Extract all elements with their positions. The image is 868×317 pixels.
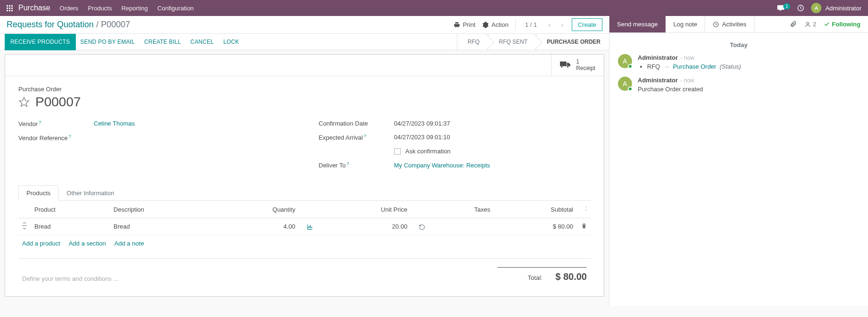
form-sheet: 1 Receipt Purchase Order P00007 bbox=[5, 54, 604, 297]
tab-other-info[interactable]: Other Information bbox=[58, 185, 122, 201]
col-product[interactable]: Product bbox=[31, 201, 110, 218]
user-menu[interactable]: A Administrator bbox=[811, 3, 864, 13]
log-note-button[interactable]: Log note bbox=[666, 16, 706, 32]
vendor-ref-label: Vendor Reference? bbox=[18, 134, 94, 142]
vendor-field[interactable]: Celine Thomas bbox=[94, 120, 135, 127]
vendor-label: Vendor? bbox=[18, 120, 94, 127]
po-number: P00007 bbox=[35, 95, 81, 110]
apps-icon[interactable] bbox=[7, 5, 13, 11]
print-button[interactable]: Print bbox=[454, 21, 476, 28]
message-body: Purchase Order created bbox=[638, 86, 703, 93]
user-name-label: Administrator bbox=[825, 5, 861, 12]
receipt-label: Receipt bbox=[576, 65, 595, 71]
add-section-link[interactable]: Add a section bbox=[69, 240, 106, 247]
add-note-link[interactable]: Add a note bbox=[114, 240, 144, 247]
control-bar: Requests for Quotation / P00007 Print Ac… bbox=[0, 16, 609, 34]
message-author[interactable]: Administrator bbox=[638, 77, 678, 84]
deliver-to-field[interactable]: My Company Warehouse: Receipts bbox=[394, 162, 490, 169]
followers-button[interactable]: 2 bbox=[804, 21, 816, 28]
messaging-icon[interactable]: 1 bbox=[777, 4, 791, 12]
po-title-label: Purchase Order bbox=[18, 86, 591, 93]
pager-prev[interactable]: ‹ bbox=[546, 21, 552, 29]
cell-subtotal: $ 80.00 bbox=[494, 218, 577, 235]
col-unit-price[interactable]: Unit Price bbox=[317, 201, 411, 218]
status-bar: RECEIVE PRODUCTS SEND PO BY EMAIL CREATE… bbox=[0, 34, 609, 50]
breadcrumb-parent[interactable]: Requests for Quotation bbox=[7, 20, 94, 29]
message-avatar: A bbox=[618, 77, 632, 91]
priority-star[interactable] bbox=[18, 96, 30, 108]
forecast-icon[interactable] bbox=[307, 224, 313, 230]
lock-button[interactable]: LOCK bbox=[219, 34, 243, 50]
message-author[interactable]: Administrator bbox=[638, 54, 678, 61]
create-bill-button[interactable]: CREATE BILL bbox=[139, 34, 186, 50]
total-label: Total: bbox=[528, 274, 543, 281]
nav-reporting[interactable]: Reporting bbox=[122, 5, 148, 12]
expected-field[interactable]: 04/27/2023 09:01:10 bbox=[394, 134, 450, 141]
chatter-day-label: Today bbox=[618, 41, 860, 48]
activities-button[interactable]: Activities bbox=[705, 16, 754, 32]
nav-products[interactable]: Products bbox=[88, 5, 112, 12]
breadcrumb: Requests for Quotation / P00007 bbox=[7, 20, 130, 30]
truck-icon bbox=[560, 60, 570, 70]
pager: 1 / 1 bbox=[525, 21, 537, 28]
action-button[interactable]: Action bbox=[482, 21, 509, 28]
col-subtotal[interactable]: Subtotal bbox=[494, 201, 577, 218]
svg-point-2 bbox=[807, 22, 809, 24]
activities-icon[interactable] bbox=[797, 4, 804, 12]
total-value: $ 80.00 bbox=[555, 271, 587, 282]
deliver-to-label: Deliver To? bbox=[319, 161, 394, 169]
confirm-date-field: 04/27/2023 09:01:37 bbox=[394, 120, 450, 127]
message-time: - now bbox=[681, 77, 694, 84]
tab-products[interactable]: Products bbox=[18, 185, 58, 201]
confirm-date-label: Confirmation Date bbox=[319, 120, 394, 127]
message-avatar: A bbox=[618, 54, 632, 68]
receipt-stat-button[interactable]: 1 Receipt bbox=[551, 55, 604, 76]
expected-label: Expected Arrival? bbox=[319, 134, 394, 141]
stage-rfq-sent[interactable]: RFQ SENT bbox=[488, 34, 536, 50]
price-history-icon[interactable] bbox=[419, 224, 425, 230]
cell-description[interactable]: Bread bbox=[110, 218, 215, 235]
columns-config-icon[interactable] bbox=[581, 206, 587, 212]
stage-rfq[interactable]: RFQ bbox=[457, 34, 488, 50]
ask-confirmation-label: Ask confirmation bbox=[406, 148, 451, 155]
chatter-message: A Administrator - now Purchase Order cre… bbox=[618, 77, 860, 93]
pager-next[interactable]: › bbox=[559, 21, 565, 29]
message-time: - now bbox=[681, 55, 694, 61]
cell-qty[interactable]: 4.00 bbox=[215, 218, 299, 235]
cell-price[interactable]: 20.00 bbox=[317, 218, 411, 235]
col-taxes[interactable]: Taxes bbox=[429, 201, 494, 218]
chatter-message: A Administrator - now RFQ → Purchase Ord… bbox=[618, 54, 860, 70]
status-new-value: Purchase Order bbox=[673, 63, 716, 70]
attachments-icon[interactable] bbox=[790, 21, 797, 28]
ask-confirmation-checkbox[interactable] bbox=[394, 148, 401, 155]
receive-products-button[interactable]: RECEIVE PRODUCTS bbox=[5, 34, 76, 50]
send-po-email-button[interactable]: SEND PO BY EMAIL bbox=[76, 34, 140, 50]
table-row[interactable]: Bread Bread 4.00 20.00 $ 80.00 bbox=[18, 218, 591, 235]
following-button[interactable]: Following bbox=[824, 21, 860, 28]
app-brand[interactable]: Purchase bbox=[18, 4, 50, 12]
terms-input[interactable]: Define your terms and conditions ... bbox=[22, 275, 119, 282]
delete-row-icon[interactable] bbox=[581, 223, 587, 229]
drag-handle-icon[interactable] bbox=[22, 222, 27, 230]
receipt-count: 1 bbox=[576, 58, 595, 65]
chatter-panel: Send message Log note Activities 2 Follo… bbox=[609, 16, 868, 306]
col-description[interactable]: Description bbox=[110, 201, 215, 218]
cell-product[interactable]: Bread bbox=[31, 218, 110, 235]
nav-configuration[interactable]: Configuration bbox=[157, 5, 194, 12]
add-product-link[interactable]: Add a product bbox=[22, 240, 60, 247]
top-navbar: Purchase Orders Products Reporting Confi… bbox=[0, 0, 868, 16]
cell-taxes[interactable] bbox=[429, 218, 494, 235]
stage-po[interactable]: PURCHASE ORDER bbox=[536, 34, 609, 50]
send-message-button[interactable]: Send message bbox=[609, 16, 666, 32]
order-lines-table: Product Description Quantity Unit Price … bbox=[18, 201, 591, 235]
user-avatar: A bbox=[811, 3, 821, 13]
col-quantity[interactable]: Quantity bbox=[215, 201, 299, 218]
messaging-badge: 1 bbox=[783, 3, 791, 9]
create-button[interactable]: Create bbox=[572, 18, 602, 31]
breadcrumb-current: P00007 bbox=[101, 20, 130, 29]
nav-orders[interactable]: Orders bbox=[60, 5, 79, 12]
cancel-button[interactable]: CANCEL bbox=[186, 34, 219, 50]
